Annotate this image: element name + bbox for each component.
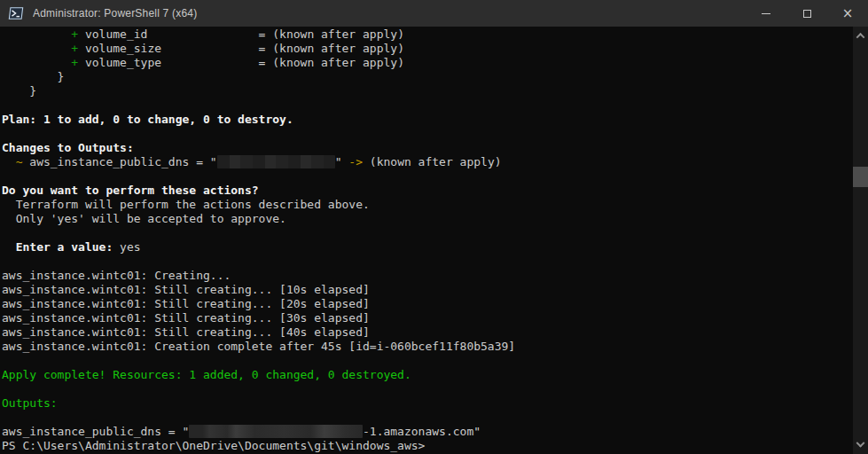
text-segment: } <box>2 84 36 98</box>
close-button[interactable]: × <box>827 0 868 27</box>
redacted-text <box>217 155 335 168</box>
text-segment: aws_instance_public_dns = " <box>22 155 216 168</box>
terminal-line <box>2 411 852 425</box>
text-segment: -> <box>348 155 363 168</box>
text-segment: aws_instance.wintc01: Still creating... … <box>2 311 370 325</box>
powershell-icon <box>8 5 24 21</box>
terminal-line <box>2 169 852 184</box>
text-segment: Only 'yes' will be accepted to approve. <box>2 212 286 225</box>
terminal-line: aws_instance.wintc01: Still creating... … <box>2 311 852 325</box>
terminal-line: Changes to Outputs: <box>2 141 852 155</box>
minimize-button[interactable] <box>746 0 786 27</box>
text-segment: volume_size = (known after apply) <box>78 42 404 55</box>
text-segment: " <box>335 155 349 168</box>
terminal-output: + volume_id = (known after apply) + volu… <box>2 27 852 453</box>
text-segment: aws_instance.wintc01: Still creating... … <box>2 283 370 296</box>
scroll-down-button[interactable] <box>853 438 868 452</box>
terminal-line <box>2 98 852 113</box>
window-title: Administrator: PowerShell 7 (x64) <box>33 7 746 20</box>
chevron-down-icon <box>856 438 865 447</box>
terminal-line: Only 'yes' will be accepted to approve. <box>2 212 852 226</box>
text-segment: Changes to Outputs: <box>2 141 134 154</box>
text-segment: + <box>71 27 78 41</box>
terminal-line: Enter a value: yes <box>2 240 852 254</box>
terminal-line: aws_instance.wintc01: Still creating... … <box>2 297 852 311</box>
maximize-button[interactable] <box>786 0 827 27</box>
text-segment: aws_instance.wintc01: Still creating... … <box>2 297 370 310</box>
text-segment: Enter a value: <box>2 240 120 254</box>
redacted-text <box>189 425 363 438</box>
terminal-line: PS C:\Users\Administrator\OneDrive\Docum… <box>2 439 852 453</box>
terminal-line: } <box>2 84 852 98</box>
text-segment: PS C:\Users\Administrator\OneDrive\Docum… <box>2 439 425 452</box>
terminal-line: + volume_size = (known after apply) <box>2 42 852 56</box>
terminal-line: aws_instance.wintc01: Still creating... … <box>2 325 852 340</box>
text-segment: volume_type = (known after apply) <box>78 56 404 69</box>
terminal-line: aws_instance.wintc01: Creation complete … <box>2 340 852 354</box>
terminal-line: } <box>2 70 852 84</box>
terminal-line: Apply complete! Resources: 1 added, 0 ch… <box>2 368 852 382</box>
text-segment <box>2 42 71 55</box>
text-segment <box>2 27 71 41</box>
scrollbar-thumb[interactable] <box>853 167 868 187</box>
text-segment: volume_id = (known after apply) <box>78 27 404 41</box>
minimize-icon <box>762 13 770 14</box>
terminal-viewport[interactable]: + volume_id = (known after apply) + volu… <box>0 27 868 454</box>
terminal-line: aws_instance.wintc01: Still creating... … <box>2 283 852 297</box>
text-segment <box>2 56 71 69</box>
text-segment: Terraform will perform the actions descr… <box>2 198 370 211</box>
terminal-line: ~ aws_instance_public_dns = "" -> (known… <box>2 155 852 169</box>
terminal-line: aws_instance.wintc01: Creating... <box>2 269 852 283</box>
text-segment <box>2 155 16 168</box>
terminal-line <box>2 226 852 240</box>
text-segment: (known after apply) <box>363 155 502 168</box>
vertical-scrollbar[interactable] <box>853 27 868 454</box>
text-segment: aws_instance.wintc01: Still creating... … <box>2 325 370 339</box>
text-segment: + <box>71 42 78 55</box>
terminal-line: Do you want to perform these actions? <box>2 184 852 198</box>
close-icon: × <box>842 7 854 20</box>
terminal-line <box>2 382 852 396</box>
terminal-line: + volume_id = (known after apply) <box>2 27 852 42</box>
terminal-line <box>2 354 852 368</box>
terminal-line: Terraform will perform the actions descr… <box>2 198 852 212</box>
text-segment: Do you want to perform these actions? <box>2 184 259 197</box>
text-segment: yes <box>120 240 140 254</box>
scroll-up-button[interactable] <box>853 28 868 43</box>
maximize-icon <box>803 10 811 18</box>
chevron-up-icon <box>856 32 865 41</box>
terminal-line <box>2 254 852 269</box>
terminal-line: Outputs: <box>2 396 852 411</box>
text-segment: -1.amazonaws.com" <box>363 425 481 438</box>
text-segment: Apply complete! Resources: 1 added, 0 ch… <box>2 368 411 381</box>
terminal-line: + volume_type = (known after apply) <box>2 56 852 70</box>
window-controls: × <box>746 0 868 27</box>
terminal-line: aws_instance_public_dns = "-1.amazonaws.… <box>2 425 852 439</box>
text-segment: aws_instance_public_dns = " <box>2 425 189 438</box>
title-bar[interactable]: Administrator: PowerShell 7 (x64) × <box>0 0 868 27</box>
text-segment: aws_instance.wintc01: Creation complete … <box>2 340 515 353</box>
text-segment: Plan: 1 to add, 0 to change, 0 to destro… <box>2 113 293 126</box>
text-segment: Outputs: <box>2 396 58 410</box>
powershell-window: Administrator: PowerShell 7 (x64) × + vo… <box>0 0 868 454</box>
text-segment: } <box>2 70 64 83</box>
terminal-line: Plan: 1 to add, 0 to change, 0 to destro… <box>2 113 852 127</box>
text-segment: aws_instance.wintc01: Creating... <box>2 269 231 282</box>
terminal-line <box>2 127 852 141</box>
text-segment: + <box>71 56 78 69</box>
